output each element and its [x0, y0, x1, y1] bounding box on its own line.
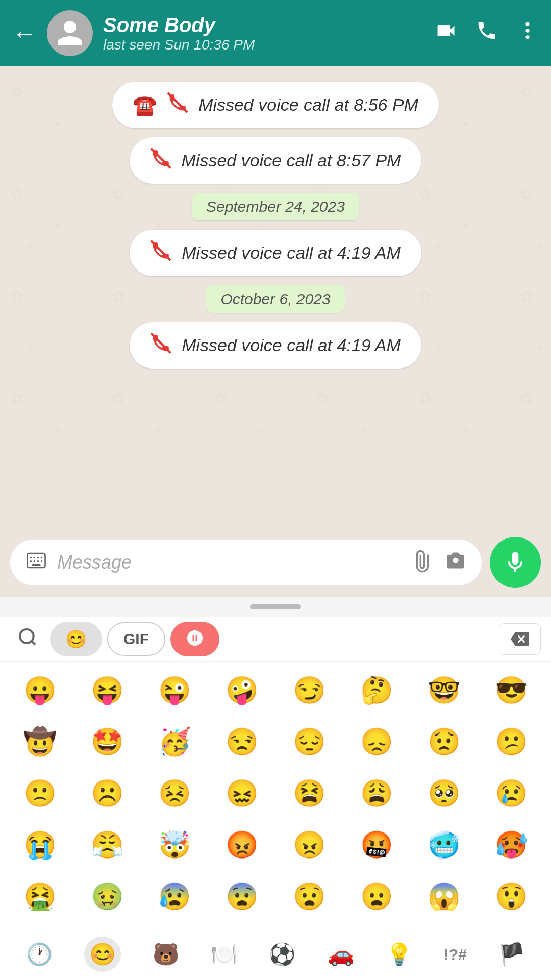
- emoji-cell[interactable]: 🤠: [7, 719, 72, 765]
- emoji-keyboard: 😊 GIF 😛 😝 😜 🤪 😏 🤔 🤓 😎 🤠 🤩 🥳 😒 😔 😞 😟: [0, 597, 551, 980]
- emoji-tab-gif[interactable]: GIF: [107, 622, 165, 656]
- emoji-cell[interactable]: 🤓: [411, 667, 477, 713]
- category-activities-icon[interactable]: ⚽: [269, 942, 295, 967]
- emoji-cell[interactable]: 🤔: [344, 667, 409, 713]
- emoji-cell[interactable]: 🤯: [142, 822, 207, 868]
- emoji-cell[interactable]: 😭: [7, 822, 72, 868]
- camera-icon[interactable]: [445, 550, 466, 576]
- emoji-cell[interactable]: 🤮: [7, 873, 72, 919]
- emoji-cell[interactable]: 😛: [7, 667, 72, 713]
- category-flags-icon[interactable]: 🏴: [498, 942, 525, 967]
- svg-line-4: [151, 149, 170, 168]
- emoji-cell[interactable]: 😝: [74, 667, 140, 713]
- emoji-cell[interactable]: 😟: [411, 719, 477, 765]
- emoji-cell[interactable]: 😰: [142, 873, 207, 919]
- date-separator-1: September 24, 2023: [192, 193, 359, 220]
- message-input[interactable]: [57, 552, 403, 573]
- video-call-icon[interactable]: [435, 19, 457, 47]
- emoji-cell[interactable]: 😏: [277, 667, 342, 713]
- emoji-cell[interactable]: 😢: [479, 770, 544, 816]
- keyboard-handle: [0, 597, 551, 617]
- voice-call-icon[interactable]: [475, 19, 498, 47]
- category-animals-icon[interactable]: 🐻: [153, 942, 179, 967]
- missed-call-phone-icon-1: [167, 92, 188, 118]
- missed-call-1[interactable]: ☎️ Missed voice call at 8:56 PM: [112, 82, 439, 128]
- emoji-tab-bar: 😊 GIF: [0, 617, 551, 662]
- message-input-area: [0, 528, 551, 597]
- svg-line-6: [151, 333, 171, 353]
- keyboard-toggle-icon[interactable]: [26, 550, 47, 576]
- emoji-cell[interactable]: 🥳: [142, 719, 207, 765]
- emoji-cell[interactable]: 😧: [277, 873, 342, 919]
- contact-info[interactable]: Some Body last seen Sun 10:36 PM: [103, 14, 424, 53]
- emoji-cell[interactable]: 🤪: [209, 667, 274, 713]
- emoji-cell[interactable]: 🤬: [344, 822, 409, 868]
- more-options-icon[interactable]: [516, 19, 539, 47]
- back-button[interactable]: ←: [12, 19, 37, 47]
- emoji-category-bar: 🕐 😊 🐻 🍽️ ⚽ 🚗 💡 !?# 🏴: [0, 928, 551, 980]
- missed-call-3[interactable]: Missed voice call at 4:19 AM: [130, 230, 421, 276]
- category-recent-icon[interactable]: 🕐: [26, 942, 53, 967]
- chat-messages: ☎️ Missed voice call at 8:56 PM Missed v…: [0, 66, 551, 449]
- avatar[interactable]: [47, 10, 93, 56]
- missed-call-2[interactable]: Missed voice call at 8:57 PM: [130, 137, 422, 184]
- missed-call-phone-icon-2: [150, 148, 171, 174]
- missed-call-phone-icon-4: [150, 332, 171, 358]
- emoji-grid: 😛 😝 😜 🤪 😏 🤔 🤓 😎 🤠 🤩 🥳 😒 😔 😞 😟 😕 🙁 ☹️ 😣 😖…: [0, 662, 551, 928]
- emoji-cell[interactable]: 😤: [74, 822, 140, 868]
- missed-call-4[interactable]: Missed voice call at 4:19 AM: [130, 322, 421, 369]
- emoji-cell[interactable]: 🥶: [411, 822, 477, 868]
- emoji-cell[interactable]: 🤩: [74, 719, 140, 765]
- emoji-tab-sticker[interactable]: [170, 622, 219, 656]
- emoji-cell[interactable]: 😜: [142, 667, 207, 713]
- emoji-cell[interactable]: ☹️: [74, 770, 140, 816]
- emoji-cell[interactable]: 🥵: [479, 822, 544, 868]
- emoji-tab-emoji[interactable]: 😊: [50, 622, 102, 656]
- last-seen-status: last seen Sun 10:36 PM: [103, 37, 424, 53]
- category-emoji-icon[interactable]: 😊: [84, 937, 121, 972]
- svg-point-2: [525, 35, 529, 39]
- emoji-cell[interactable]: 😣: [142, 770, 207, 816]
- emoji-cell[interactable]: 😨: [209, 873, 274, 919]
- header-action-icons: [435, 19, 539, 47]
- emoji-cell[interactable]: 😠: [277, 822, 342, 868]
- drag-handle: [250, 604, 301, 609]
- emoji-cell[interactable]: 🙁: [7, 770, 72, 816]
- svg-point-17: [20, 629, 34, 643]
- svg-line-3: [168, 93, 188, 113]
- category-food-icon[interactable]: 🍽️: [211, 942, 237, 967]
- emoji-delete-btn[interactable]: [499, 623, 541, 655]
- svg-line-18: [32, 641, 35, 644]
- missed-call-text-2: Missed voice call at 8:57 PM: [182, 151, 402, 170]
- chat-header: ← Some Body last seen Sun 10:36 PM: [0, 0, 551, 66]
- missed-call-icon-1: ☎️: [133, 94, 157, 116]
- contact-name: Some Body: [103, 14, 424, 37]
- missed-call-text-4: Missed voice call at 4:19 AM: [182, 335, 401, 355]
- emoji-cell[interactable]: 😎: [479, 667, 544, 713]
- emoji-cell[interactable]: 🥺: [411, 770, 477, 816]
- svg-point-1: [525, 29, 529, 32]
- emoji-cell[interactable]: 😩: [344, 770, 409, 816]
- category-objects-icon[interactable]: 💡: [386, 942, 412, 967]
- attach-icon[interactable]: [407, 546, 441, 579]
- emoji-cell[interactable]: 😞: [344, 719, 409, 765]
- emoji-cell[interactable]: 😱: [411, 873, 477, 919]
- emoji-cell[interactable]: 😒: [209, 719, 274, 765]
- emoji-cell[interactable]: 😔: [277, 719, 342, 765]
- emoji-cell[interactable]: 😖: [209, 770, 274, 816]
- emoji-cell[interactable]: 😡: [209, 822, 274, 868]
- svg-line-5: [151, 241, 171, 261]
- category-symbols-icon[interactable]: !?#: [444, 946, 467, 963]
- mic-button[interactable]: [490, 537, 541, 588]
- emoji-cell[interactable]: 😲: [479, 873, 544, 919]
- emoji-search-icon[interactable]: [10, 627, 45, 652]
- missed-call-text-1: Missed voice call at 8:56 PM: [198, 95, 418, 115]
- emoji-cell[interactable]: 🤢: [74, 873, 140, 919]
- emoji-cell[interactable]: 😕: [479, 719, 544, 765]
- missed-call-phone-icon-3: [150, 240, 171, 266]
- category-travel-icon[interactable]: 🚗: [328, 942, 354, 967]
- emoji-cell[interactable]: 😦: [344, 873, 409, 919]
- date-separator-2: October 6, 2023: [206, 285, 344, 313]
- emoji-cell[interactable]: 😫: [277, 770, 342, 816]
- message-input-box: [10, 540, 482, 585]
